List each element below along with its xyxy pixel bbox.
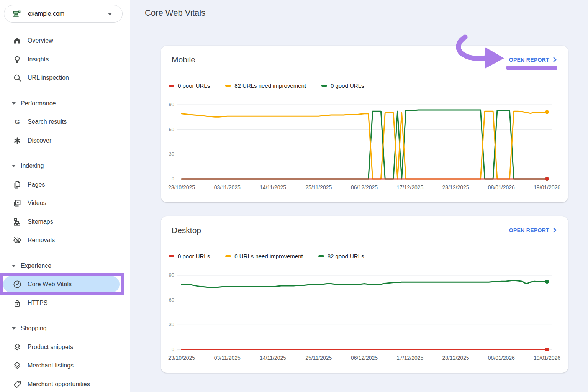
x-axis-label: 08/01/2026	[477, 355, 526, 361]
chevron-right-icon	[552, 57, 557, 62]
sidebar-item-label: Product snippets	[28, 344, 73, 351]
legend-label: 82 good URLs	[328, 253, 364, 259]
sidebar-item-discover[interactable]: Discover	[0, 131, 130, 150]
x-axis-label: 06/12/2025	[339, 184, 389, 190]
legend-item: 82 good URLs	[318, 253, 364, 259]
legend-label: 0 poor URLs	[178, 82, 210, 89]
series-end-dot-poor	[545, 177, 549, 181]
sidebar-item-removals[interactable]: Removals	[0, 231, 130, 250]
series-line-good	[182, 110, 547, 179]
open-report-label: OPEN REPORT	[509, 227, 549, 233]
y-axis-label: 90	[161, 102, 174, 107]
sidebar-item-pages[interactable]: Pages	[0, 175, 130, 194]
sidebar-item-label: Removals	[28, 237, 55, 244]
property-name: example.com	[28, 10, 64, 17]
lock-icon	[13, 299, 22, 308]
sidebar-item-url-inspection[interactable]: URL inspection	[0, 69, 130, 87]
legend: 0 poor URLs0 URLs need improvement82 goo…	[169, 252, 380, 260]
sidebar-item-label: Videos	[28, 200, 46, 207]
sidebar-item-search-results[interactable]: GSearch results	[0, 113, 130, 131]
x-axis-label: 03/11/2025	[202, 184, 252, 190]
legend-label: 0 good URLs	[331, 82, 364, 89]
sidebar-item-label: Merchant listings	[28, 362, 74, 369]
home-icon	[13, 36, 22, 45]
card-divider	[161, 244, 568, 244]
sidebar: example.com OverviewInsightsURL inspecti…	[0, 0, 130, 392]
open-report-label: OPEN REPORT	[509, 57, 549, 63]
sidebar-item-overview[interactable]: Overview	[0, 31, 130, 50]
legend-label: 82 URLs need improvement	[234, 82, 306, 89]
legend-marker	[318, 255, 324, 257]
sidebar-item-label: Insights	[28, 56, 49, 63]
x-axis-label: 28/12/2025	[431, 184, 481, 190]
legend-label: 0 URLs need improvement	[234, 253, 303, 259]
legend-marker	[169, 255, 174, 257]
sidebar-item-videos[interactable]: Videos	[0, 194, 130, 213]
card-title: Mobile	[172, 55, 195, 64]
sidebar-item-label: Overview	[28, 37, 53, 44]
y-axis-label: 30	[161, 321, 174, 327]
sidebar-section-indexing[interactable]: Indexing	[0, 157, 130, 175]
desktop-card: Desktop OPEN REPORT 0 poor URLs0 URLs ne…	[161, 216, 568, 373]
x-axis-label: 08/01/2026	[477, 184, 526, 190]
layers-diamond-icon	[13, 343, 22, 352]
sidebar-item-product-snippets[interactable]: Product snippets	[0, 338, 130, 357]
x-axis-label: 14/11/2025	[248, 355, 298, 361]
lightbulb-icon	[13, 55, 22, 64]
legend: 0 poor URLs82 URLs need improvement0 goo…	[169, 82, 380, 89]
eye-off-icon	[13, 236, 22, 245]
header-divider	[130, 27, 588, 27]
legend-item: 0 good URLs	[321, 82, 364, 89]
x-axis-label: 25/11/2025	[294, 355, 344, 361]
open-report-link[interactable]: OPEN REPORT	[509, 227, 557, 233]
desktop-card-header: Desktop OPEN REPORT	[161, 216, 568, 244]
layers-diamond-icon	[13, 361, 22, 370]
mobile-card: Mobile OPEN REPORT 0 poor URLs82 URLs ne…	[161, 46, 568, 202]
y-axis-label: 60	[161, 297, 174, 303]
series-end-dot-good	[545, 280, 549, 284]
x-axis-label: 19/01/2026	[522, 355, 572, 361]
sidebar-item-merchant-listings[interactable]: Merchant listings	[0, 356, 130, 375]
series-end-dot-poor	[545, 348, 549, 351]
sidebar-section-performance[interactable]: Performance	[0, 94, 130, 113]
sidebar-item-sitemaps[interactable]: Sitemaps	[0, 213, 130, 231]
sidebar-item-label: HTTPS	[28, 300, 47, 307]
sidebar-item-merchant-opportunities[interactable]: Merchant opportunities	[0, 375, 130, 392]
property-selector[interactable]: example.com	[4, 5, 123, 23]
y-axis-label: 90	[161, 272, 174, 278]
sidebar-section-label: Experience	[21, 262, 51, 269]
sidebar-item-label: Search results	[28, 118, 67, 125]
pages-icon	[13, 180, 22, 189]
sidebar-item-insights[interactable]: Insights	[0, 50, 130, 69]
sidebar-nav: OverviewInsightsURL inspectionPerformanc…	[0, 31, 130, 392]
chevron-down-icon	[12, 265, 16, 267]
legend-item: 0 poor URLs	[169, 82, 210, 89]
chevron-down-icon	[12, 165, 16, 167]
y-axis-label: 30	[161, 151, 174, 157]
open-report-link[interactable]: OPEN REPORT	[509, 57, 557, 63]
x-axis-label: 06/12/2025	[339, 355, 389, 361]
legend-marker	[225, 255, 231, 257]
sidebar-divider	[0, 312, 130, 319]
sidebar-section-label: Indexing	[21, 162, 44, 169]
search-icon	[13, 73, 22, 82]
x-axis-label: 25/11/2025	[294, 184, 344, 190]
card-divider	[161, 74, 568, 74]
sidebar-section-shopping[interactable]: Shopping	[0, 319, 130, 338]
sidebar-section-experience[interactable]: Experience	[0, 257, 130, 276]
chevron-down-icon	[12, 327, 16, 330]
x-axis-label: 23/10/2025	[157, 355, 206, 361]
sidebar-item-https[interactable]: HTTPS	[0, 294, 130, 313]
speedometer-icon	[13, 280, 22, 289]
x-axis-label: 17/12/2025	[385, 355, 435, 361]
sitemaps-icon	[13, 217, 22, 226]
legend-item: 0 poor URLs	[169, 253, 210, 259]
sidebar-item-label: Discover	[28, 137, 51, 144]
chevron-down-icon	[108, 13, 112, 15]
sidebar-item-core-web-vitals[interactable]: Core Web Vitals	[0, 275, 130, 294]
annotation-underline	[506, 66, 557, 70]
legend-marker	[321, 85, 327, 87]
mobile-chart	[161, 99, 568, 191]
sidebar-divider	[0, 150, 130, 157]
legend-item: 82 URLs need improvement	[225, 82, 306, 89]
